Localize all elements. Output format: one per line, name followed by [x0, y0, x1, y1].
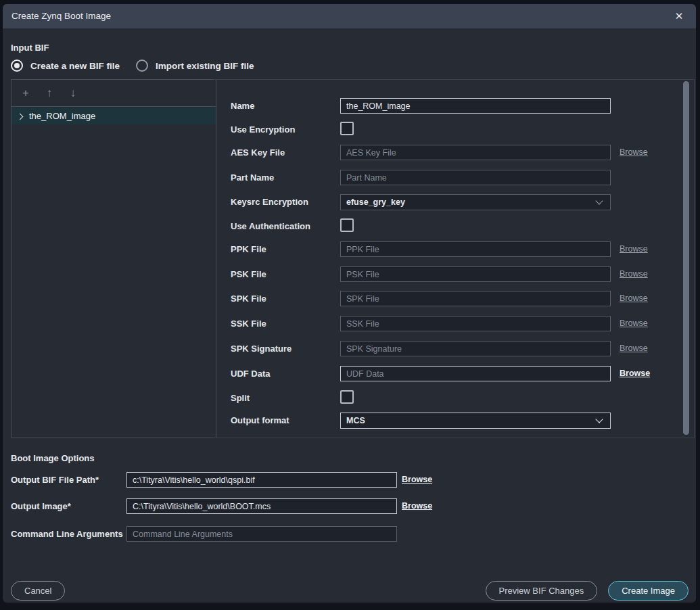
radio-import-existing-bif[interactable]: Import existing BIF file: [136, 60, 254, 72]
form-row: UDF Data Browse: [214, 366, 694, 382]
ssk-file-browse-link[interactable]: Browse: [620, 319, 648, 328]
form-row: AES Key File Browse: [214, 145, 694, 161]
chevron-down-icon: [595, 197, 603, 204]
part-name-input[interactable]: [340, 170, 611, 185]
chevron-down-icon: [595, 415, 603, 423]
form-row: Use Encryption: [214, 122, 694, 138]
form-row: Split: [214, 390, 694, 406]
vertical-scrollbar[interactable]: [683, 81, 689, 435]
radio-create-new-label: Create a new BIF file: [30, 61, 120, 71]
form-row: SSK File Browse: [214, 316, 694, 332]
radio-selected-icon[interactable]: [11, 60, 23, 72]
dialog-title: Create Zynq Boot Image: [11, 4, 111, 28]
name-input[interactable]: [340, 98, 611, 114]
output-image-input[interactable]: [126, 498, 397, 514]
udf-data-input[interactable]: [340, 366, 611, 381]
form-row: Output Image* Browse: [3, 498, 696, 515]
ppk-file-input[interactable]: [340, 241, 611, 257]
form-row: Use Authentication: [214, 218, 694, 235]
add-icon[interactable]: +: [20, 87, 32, 99]
output-bif-file-path-input[interactable]: [126, 472, 397, 488]
create-image-button[interactable]: Create Image: [608, 581, 689, 601]
ppk-file-label: PPK File: [231, 244, 266, 254]
use-encryption-checkbox[interactable]: [340, 122, 354, 135]
footer-action-buttons: Preview BIF Changes Create Image: [486, 581, 689, 601]
form-row: Part Name: [214, 170, 694, 186]
split-checkbox[interactable]: [340, 390, 354, 404]
aes-key-file-input[interactable]: [340, 145, 611, 160]
ppk-file-browse-link[interactable]: Browse: [620, 244, 648, 254]
udf-data-browse-link[interactable]: Browse: [620, 369, 650, 378]
create-zynq-boot-image-dialog: Create Zynq Boot Image ✕ Input BIF Creat…: [3, 4, 696, 603]
bif-mode-radio-group: Create a new BIF file Import existing BI…: [11, 60, 254, 72]
command-line-arguments-input[interactable]: [126, 526, 397, 542]
spk-signature-label: SPK Signature: [231, 344, 291, 354]
bif-attributes-form: Name Use Encryption AES Key File Browse …: [214, 79, 695, 438]
aes-key-file-label: AES Key File: [231, 147, 285, 158]
tree-item-the-rom-image[interactable]: the_ROM_image: [11, 108, 216, 124]
aes-key-file-browse-link[interactable]: Browse: [620, 147, 648, 157]
psk-file-browse-link[interactable]: Browse: [620, 269, 648, 279]
arrow-up-icon[interactable]: ↑: [43, 87, 55, 99]
cancel-button[interactable]: Cancel: [11, 581, 65, 601]
preview-bif-changes-button[interactable]: Preview BIF Changes: [486, 581, 598, 601]
output-format-label: Output format: [231, 415, 289, 425]
part-name-label: Part Name: [231, 172, 274, 183]
form-row: SPK Signature Browse: [214, 341, 694, 357]
keysrc-encryption-value: efuse_gry_key: [346, 197, 405, 207]
use-authentication-label: Use Authentication: [231, 221, 310, 231]
radio-import-label: Import existing BIF file: [156, 61, 254, 71]
use-authentication-checkbox[interactable]: [340, 218, 354, 232]
tree-item-label: the_ROM_image: [29, 111, 95, 121]
spk-signature-input[interactable]: [340, 341, 611, 356]
keysrc-encryption-label: Keysrc Encryption: [231, 197, 308, 207]
form-row: SPK File Browse: [214, 291, 694, 307]
chevron-right-icon[interactable]: [17, 113, 24, 120]
bif-tree-panel: + ↑ ↓ the_ROM_image: [11, 79, 216, 438]
udf-data-label: UDF Data: [231, 369, 271, 379]
command-line-arguments-label: Command Line Arguments: [11, 529, 123, 539]
spk-file-label: SPK File: [231, 294, 266, 304]
output-format-select[interactable]: MCS: [340, 413, 611, 429]
dialog-titlebar: Create Zynq Boot Image ✕: [3, 4, 696, 28]
form-row: Name: [214, 98, 694, 114]
close-icon[interactable]: ✕: [670, 4, 688, 28]
boot-image-options-section-title: Boot Image Options: [11, 453, 95, 463]
output-format-value: MCS: [346, 416, 365, 425]
split-label: Split: [231, 393, 250, 403]
form-row: PSK File Browse: [214, 266, 694, 283]
use-encryption-label: Use Encryption: [231, 124, 295, 135]
tree-toolbar: + ↑ ↓: [11, 80, 216, 107]
output-bif-file-path-label: Output BIF File Path*: [11, 475, 99, 485]
form-row: Output BIF File Path* Browse: [3, 472, 696, 488]
input-bif-section-title: Input BIF: [11, 43, 49, 53]
spk-file-input[interactable]: [340, 291, 611, 306]
keysrc-encryption-select[interactable]: efuse_gry_key: [340, 194, 611, 210]
form-row: Output format MCS: [214, 413, 694, 429]
output-image-browse-link[interactable]: Browse: [402, 501, 432, 511]
form-row: PPK File Browse: [214, 241, 694, 258]
name-label: Name: [231, 101, 254, 111]
ssk-file-input[interactable]: [340, 316, 611, 331]
radio-unselected-icon[interactable]: [136, 60, 148, 72]
psk-file-label: PSK File: [231, 269, 266, 279]
form-row: Keysrc Encryption efuse_gry_key: [214, 194, 694, 210]
output-bif-file-path-browse-link[interactable]: Browse: [402, 475, 432, 484]
radio-create-new-bif[interactable]: Create a new BIF file: [11, 60, 120, 72]
arrow-down-icon[interactable]: ↓: [67, 87, 79, 99]
spk-signature-browse-link[interactable]: Browse: [620, 344, 648, 353]
psk-file-input[interactable]: [340, 266, 611, 282]
ssk-file-label: SSK File: [231, 319, 266, 329]
spk-file-browse-link[interactable]: Browse: [620, 294, 648, 303]
form-row: Command Line Arguments: [3, 526, 696, 542]
output-image-label: Output Image*: [11, 501, 71, 511]
